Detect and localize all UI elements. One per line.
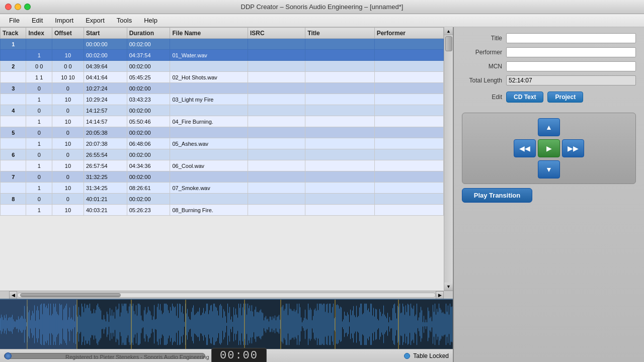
- table-cell[interactable]: [374, 205, 443, 216]
- table-cell[interactable]: [374, 105, 443, 116]
- table-cell[interactable]: [305, 83, 374, 94]
- table-cell[interactable]: 6: [1, 149, 26, 160]
- table-cell[interactable]: [374, 127, 443, 138]
- table-cell[interactable]: [26, 39, 52, 50]
- table-cell[interactable]: 0 0: [26, 61, 52, 72]
- table-cell[interactable]: [305, 194, 374, 205]
- table-cell[interactable]: [248, 94, 305, 105]
- mcn-input[interactable]: [506, 61, 636, 71]
- progress-thumb[interactable]: [5, 352, 12, 359]
- table-cell[interactable]: [305, 171, 374, 183]
- scroll-left-arrow[interactable]: ◀: [9, 291, 17, 299]
- table-cell[interactable]: 26:55:54: [84, 149, 127, 160]
- close-button[interactable]: [5, 4, 12, 10]
- table-cell[interactable]: 31:32:25: [84, 171, 127, 183]
- table-cell[interactable]: 10:27:24: [84, 83, 127, 94]
- table-cell[interactable]: 10: [52, 160, 84, 171]
- maximize-button[interactable]: [24, 4, 31, 10]
- table-cell[interactable]: [170, 105, 248, 116]
- table-cell[interactable]: 08_Burning Fire.: [170, 205, 248, 216]
- table-cell[interactable]: [374, 171, 443, 183]
- table-cell[interactable]: 04:34:36: [127, 160, 170, 171]
- table-cell[interactable]: [305, 160, 374, 171]
- table-row[interactable]: 11020:07:3806:48:0605_Ashes.wav: [1, 138, 444, 149]
- table-row[interactable]: 50020:05:3800:02:00: [1, 127, 444, 138]
- table-cell[interactable]: 1: [26, 205, 52, 216]
- menu-item-export[interactable]: Export: [80, 16, 110, 25]
- table-cell[interactable]: 14:14:57: [84, 116, 127, 127]
- table-cell[interactable]: 05:45:25: [127, 72, 170, 83]
- table-row[interactable]: 60026:55:5400:02:00: [1, 149, 444, 160]
- table-cell[interactable]: [248, 39, 305, 50]
- table-cell[interactable]: 05:26:23: [127, 205, 170, 216]
- table-cell[interactable]: 00:02:00: [84, 50, 127, 61]
- table-cell[interactable]: [305, 105, 374, 116]
- table-cell[interactable]: [374, 194, 443, 205]
- table-row[interactable]: 40014:12:5700:02:00: [1, 105, 444, 116]
- table-row[interactable]: 11031:34:2508:26:6107_Smoke.wav: [1, 183, 444, 194]
- table-cell[interactable]: 0: [52, 194, 84, 205]
- table-cell[interactable]: 00:02:00: [127, 171, 170, 183]
- table-cell[interactable]: [248, 116, 305, 127]
- table-cell[interactable]: 8: [1, 194, 26, 205]
- table-cell[interactable]: [374, 39, 443, 50]
- table-cell[interactable]: [248, 171, 305, 183]
- table-row[interactable]: 11014:14:5705:50:4604_Fire Burning.: [1, 116, 444, 127]
- table-cell[interactable]: [248, 127, 305, 138]
- table-cell[interactable]: 0: [26, 149, 52, 160]
- table-cell[interactable]: 1: [26, 160, 52, 171]
- table-row[interactable]: 20 00 004:39:6400:02:00: [1, 61, 444, 72]
- table-cell[interactable]: [305, 149, 374, 160]
- table-cell[interactable]: 1: [26, 116, 52, 127]
- table-cell[interactable]: 31:34:25: [84, 183, 127, 194]
- transport-down-button[interactable]: [538, 160, 560, 178]
- table-cell[interactable]: [374, 50, 443, 61]
- table-cell[interactable]: 7: [1, 171, 26, 183]
- table-cell[interactable]: 00:02:00: [127, 83, 170, 94]
- table-cell[interactable]: [305, 72, 374, 83]
- table-cell[interactable]: 20:07:38: [84, 138, 127, 149]
- table-cell[interactable]: 10: [52, 205, 84, 216]
- table-cell[interactable]: 00:02:00: [127, 105, 170, 116]
- table-cell[interactable]: 03_Light my Fire: [170, 94, 248, 105]
- table-cell[interactable]: 00:02:00: [127, 149, 170, 160]
- table-cell[interactable]: [374, 61, 443, 72]
- table-cell[interactable]: 0: [52, 149, 84, 160]
- table-cell[interactable]: 00:02:00: [127, 39, 170, 50]
- table-cell[interactable]: [170, 194, 248, 205]
- table-cell[interactable]: 06:48:06: [127, 138, 170, 149]
- table-cell[interactable]: [305, 183, 374, 194]
- table-cell[interactable]: 14:12:57: [84, 105, 127, 116]
- table-cell[interactable]: 05:50:46: [127, 116, 170, 127]
- table-cell[interactable]: 00:02:00: [127, 61, 170, 72]
- table-cell[interactable]: 20:05:38: [84, 127, 127, 138]
- table-cell[interactable]: 10: [52, 116, 84, 127]
- menu-item-edit[interactable]: Edit: [27, 16, 48, 25]
- project-button[interactable]: Project: [547, 92, 583, 103]
- table-cell[interactable]: 0: [26, 127, 52, 138]
- menu-item-import[interactable]: Import: [50, 16, 78, 25]
- table-cell[interactable]: [248, 149, 305, 160]
- table-cell[interactable]: [305, 50, 374, 61]
- table-cell[interactable]: [248, 183, 305, 194]
- table-cell[interactable]: [374, 116, 443, 127]
- title-input[interactable]: [506, 33, 636, 43]
- table-cell[interactable]: 40:03:21: [84, 205, 127, 216]
- horizontal-scrollbar[interactable]: ◀ ▶: [0, 291, 453, 299]
- table-cell[interactable]: [170, 61, 248, 72]
- table-cell[interactable]: 0: [26, 83, 52, 94]
- table-cell[interactable]: [305, 116, 374, 127]
- transport-forward-button[interactable]: ▶▶: [562, 139, 584, 157]
- table-cell[interactable]: 07_Smoke.wav: [170, 183, 248, 194]
- table-cell[interactable]: 02_Hot Shots.wav: [170, 72, 248, 83]
- table-cell[interactable]: [1, 50, 26, 61]
- table-cell[interactable]: [170, 83, 248, 94]
- table-cell[interactable]: 0: [52, 105, 84, 116]
- table-row[interactable]: 30010:27:2400:02:00: [1, 83, 444, 94]
- table-cell[interactable]: [305, 205, 374, 216]
- table-cell[interactable]: 3: [1, 83, 26, 94]
- table-cell[interactable]: [248, 61, 305, 72]
- table-cell[interactable]: 1: [26, 138, 52, 149]
- table-cell[interactable]: 0: [52, 127, 84, 138]
- table-cell[interactable]: [170, 127, 248, 138]
